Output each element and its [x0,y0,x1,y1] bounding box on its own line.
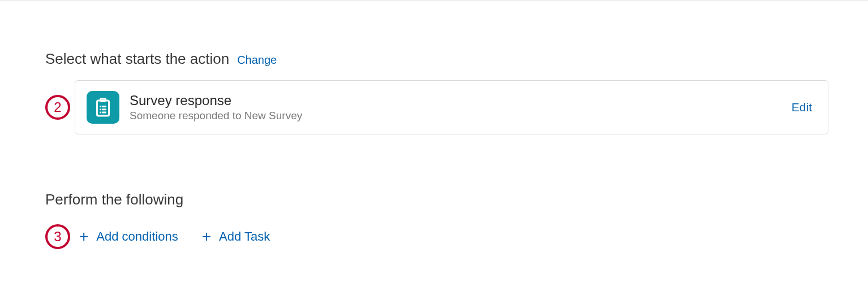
trigger-text: Survey response Someone responded to New… [130,93,781,122]
add-conditions-button[interactable]: + Add conditions [79,229,178,245]
trigger-section-header: Select what starts the action Change [45,50,828,68]
actions-row: 3 + Add conditions + Add Task [45,224,828,249]
trigger-section: Select what starts the action Change 2 [45,50,828,134]
action-buttons: + Add conditions + Add Task [79,229,270,245]
perform-section-title: Perform the following [45,191,183,208]
edit-link[interactable]: Edit [792,101,812,114]
change-link[interactable]: Change [237,54,277,67]
trigger-title: Survey response [130,93,781,108]
trigger-section-title: Select what starts the action [45,50,229,68]
svg-rect-0 [97,101,109,116]
plus-icon: + [202,229,211,245]
add-task-button[interactable]: + Add Task [202,229,270,245]
perform-section: Perform the following 3 + Add conditions… [45,191,828,249]
plus-icon: + [79,229,88,245]
step-badge-2: 2 [45,95,70,120]
trigger-row: 2 Survey response [45,80,828,134]
trigger-card[interactable]: Survey response Someone responded to New… [75,80,828,134]
trigger-subtitle: Someone responded to New Survey [130,110,781,122]
add-task-label: Add Task [219,229,270,244]
perform-section-header: Perform the following [45,191,828,208]
step-badge-3: 3 [45,224,70,249]
add-conditions-label: Add conditions [96,229,178,244]
clipboard-icon [87,91,119,124]
